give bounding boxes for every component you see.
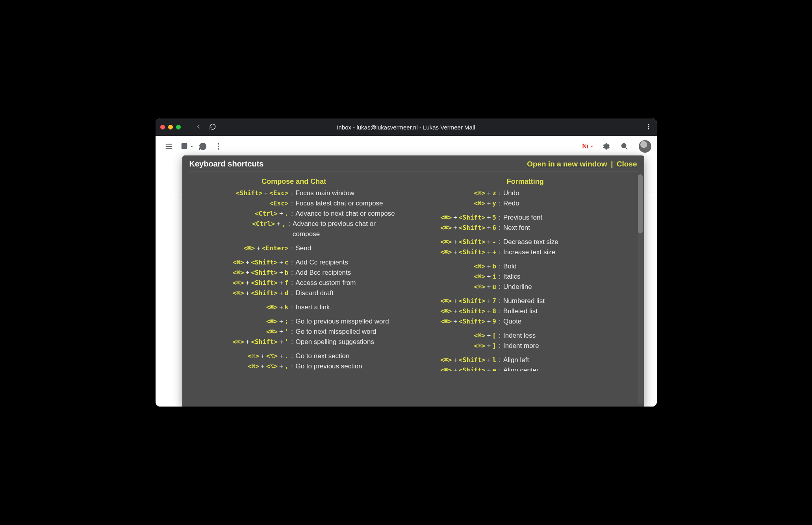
key-token: ,: [285, 362, 289, 370]
shortcut-keys: <⌘>+<Shift>+d: [186, 288, 289, 298]
key-token: <⌘>: [474, 283, 486, 290]
plus-separator: +: [259, 352, 266, 360]
browser-menu-button[interactable]: [645, 123, 652, 131]
shortcut-description: Access custom from: [296, 278, 356, 288]
colon-separator: :: [289, 327, 296, 337]
shortcut-row: <⌘>+<Shift>+l:Align left: [417, 355, 633, 365]
back-icon[interactable]: [195, 123, 202, 131]
account-avatar[interactable]: [639, 140, 651, 153]
key-token: l: [492, 356, 496, 364]
key-token: .: [285, 210, 289, 217]
reload-icon[interactable]: [209, 123, 216, 131]
plus-separator: +: [485, 283, 492, 290]
plus-separator: +: [485, 297, 492, 305]
shortcut-description: Go to next misspelled word: [296, 327, 376, 337]
colon-separator: :: [289, 302, 296, 312]
colon-separator: :: [289, 257, 296, 268]
shortcut-row: <⌘>+<Enter>:Send: [186, 243, 402, 253]
modal-body: Compose and Chat <Shift>+<Esc>:Focus mai…: [182, 172, 644, 407]
shortcut-row: <⌘>+<Shift>+6:Next font: [417, 223, 633, 233]
settings-gear-icon[interactable]: [598, 139, 614, 154]
shortcut-description: Indent less: [503, 331, 536, 341]
key-token: u: [492, 283, 496, 290]
shortcut-description: Align center: [503, 365, 539, 371]
key-token: <⌘>: [243, 244, 255, 252]
shortcut-row: <⌘>+<Shift>+c:Add Cc recipients: [186, 257, 402, 268]
key-token: ': [285, 338, 289, 346]
shortcut-row: <⌘>+<Shift>+b:Add Bcc recipients: [186, 268, 402, 278]
close-modal-link[interactable]: Close: [617, 160, 637, 168]
shortcut-row: <⌘>+<Shift>+9:Quote: [417, 316, 633, 327]
search-icon[interactable]: [617, 139, 632, 154]
key-token: <Shift>: [251, 259, 277, 266]
shortcut-keys: <⌘>+b: [417, 261, 496, 272]
plus-separator: +: [485, 356, 492, 364]
plus-separator: +: [244, 338, 251, 346]
dropdown-caret-icon[interactable]: [189, 139, 195, 154]
close-window-button[interactable]: [160, 125, 165, 129]
shortcut-keys: <Shift>+<Esc>: [186, 188, 289, 198]
key-token: <Shift>: [459, 248, 485, 256]
svg-point-7: [621, 144, 626, 148]
shortcut-keys: <⌘>+<Enter>: [186, 243, 289, 253]
shortcut-row: <⌘>+y:Redo: [417, 198, 633, 209]
svg-point-4: [218, 143, 219, 145]
plus-separator: +: [278, 362, 285, 370]
shortcut-row: <⌘>+<Shift>+5:Previous font: [417, 213, 633, 223]
plus-separator: +: [452, 307, 459, 315]
refresh-icon[interactable]: [195, 139, 211, 154]
scrollbar-thumb[interactable]: [638, 174, 643, 233]
colon-separator: :: [496, 341, 503, 351]
maximize-window-button[interactable]: [176, 125, 181, 129]
colon-separator: :: [289, 198, 296, 209]
key-token: <Shift>: [459, 224, 485, 231]
plus-separator: +: [278, 259, 285, 266]
nimble-extension-button[interactable]: Ni: [582, 143, 595, 150]
svg-point-1: [648, 126, 649, 127]
key-token: y: [492, 200, 496, 207]
actions-separator: |: [609, 160, 614, 168]
key-token: c: [285, 259, 289, 266]
shortcut-row: <⌘>+<Shift>+8:Bulleted list: [417, 306, 633, 316]
shortcut-description: Go to previous section: [296, 361, 362, 372]
shortcut-description: Focus main window: [296, 188, 354, 198]
plus-separator: +: [278, 210, 285, 217]
compose-chat-section: Compose and Chat <Shift>+<Esc>:Focus mai…: [186, 176, 402, 403]
shortcut-description: Add Cc recipients: [296, 257, 348, 268]
open-new-window-link[interactable]: Open in a new window: [527, 160, 607, 168]
hamburger-menu-icon[interactable]: [161, 139, 177, 154]
shortcut-keys: <⌘>+<Shift>+c: [186, 257, 289, 268]
shortcut-keys: <⌘>+<Shift>+7: [417, 296, 496, 306]
key-token: <Ctrl>: [252, 220, 275, 227]
shortcut-description: Insert a link: [296, 302, 330, 312]
key-token: <⌘>: [474, 342, 486, 349]
key-token: <⌘>: [248, 362, 259, 370]
minimize-window-button[interactable]: [168, 125, 173, 129]
shortcut-description: Open spelling suggestions: [296, 337, 374, 347]
plus-separator: +: [278, 279, 285, 287]
key-token: <Ctrl>: [255, 210, 278, 217]
plus-separator: +: [278, 269, 285, 276]
shortcut-row: <Shift>+<Esc>:Focus main window: [186, 188, 402, 198]
shortcut-keys: <Ctrl>+,: [186, 219, 286, 229]
key-token: <⌘>: [266, 328, 278, 335]
key-token: e: [492, 366, 496, 371]
compose-chat-heading: Compose and Chat: [186, 177, 402, 186]
key-token: z: [492, 189, 496, 197]
key-token: <⌘>: [440, 224, 452, 231]
key-token: b: [492, 262, 496, 270]
colon-separator: :: [289, 351, 296, 361]
key-token: <Shift>: [459, 238, 485, 246]
key-token: <⌘>: [440, 307, 452, 315]
shortcut-row: <⌘>+<⌥>+.:Go to next section: [186, 351, 402, 361]
shortcut-row: <⌘>+z:Undo: [417, 188, 633, 198]
more-icon[interactable]: [211, 139, 226, 154]
plus-separator: +: [259, 362, 266, 370]
window-controls: [160, 125, 181, 129]
key-token: <Esc>: [269, 200, 288, 207]
shortcut-row: <⌘>+i:Italics: [417, 272, 633, 282]
colon-separator: :: [496, 282, 503, 292]
key-token: <Enter>: [262, 244, 288, 252]
key-token: <⌘>: [440, 318, 452, 325]
plus-separator: +: [485, 273, 492, 280]
